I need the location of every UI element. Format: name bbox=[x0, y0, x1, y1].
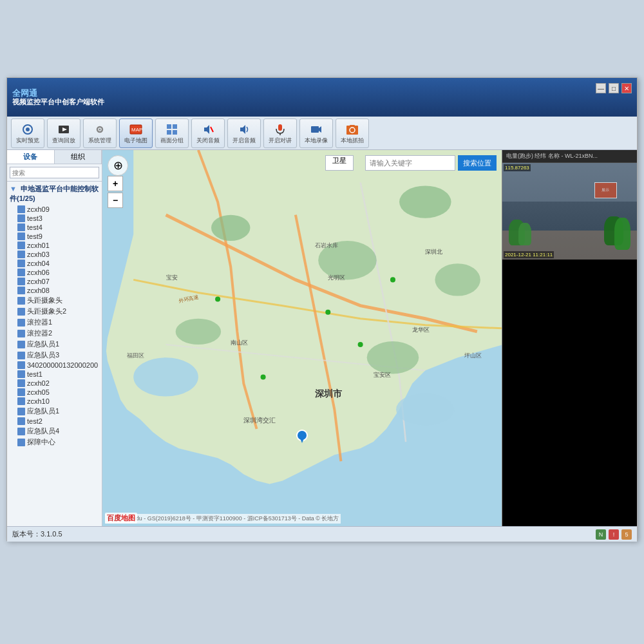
tree-item[interactable]: zcxh07 bbox=[7, 277, 102, 286]
tree-item[interactable]: 探障中心 bbox=[7, 437, 102, 448]
tree-item[interactable]: zcxh02 bbox=[7, 379, 102, 388]
toolbar-open-mic[interactable]: 开启对讲 bbox=[263, 118, 297, 148]
toolbar: 实时预览 查询回放 系统管理 MAP 电子地图 画面分组 bbox=[7, 117, 637, 150]
baidu-logo: 百度地图 bbox=[105, 513, 137, 524]
toolbar-close-audio[interactable]: 关闭音频 bbox=[191, 118, 225, 148]
map-search: 搜索位置 bbox=[365, 155, 497, 171]
tree-item[interactable]: test3 bbox=[7, 214, 102, 223]
record-icon bbox=[309, 122, 323, 137]
svg-line-14 bbox=[211, 127, 213, 132]
toolbar-system[interactable]: 系统管理 bbox=[83, 118, 117, 148]
device-tree: ▼ 申地遥监平台中能控制软件(1/25) zcxh09test3test4tes… bbox=[7, 182, 102, 526]
tree-item[interactable]: 头距摄象头 bbox=[7, 295, 102, 306]
tree-item[interactable]: 340200000132000200 bbox=[7, 361, 102, 370]
svg-point-25 bbox=[399, 185, 451, 218]
zoom-in-button[interactable]: + bbox=[108, 176, 123, 191]
tree-item[interactable]: 滚控器1 bbox=[7, 317, 102, 328]
minimize-button[interactable]: — bbox=[596, 83, 606, 93]
camera-image: 展示 2021-12-21 11:21:11 115.87263 bbox=[502, 163, 637, 260]
tree-item[interactable]: zcxh09 bbox=[7, 205, 102, 214]
toolbar-realtime[interactable]: 实时预览 bbox=[11, 118, 44, 148]
main-content: 设备 组织 ▼ 申地遥监平台中能控制软件(1/25) zcxh09test3te… bbox=[7, 150, 637, 526]
svg-text:光明区: 光明区 bbox=[328, 274, 345, 281]
tree-item[interactable]: 应急队员3 bbox=[7, 350, 102, 361]
record-label: 本地录像 bbox=[305, 138, 328, 144]
tree-item[interactable]: zcxh04 bbox=[7, 259, 102, 268]
camera-feed-main: 展示 2021-12-21 11:21:11 115.87263 bbox=[502, 163, 637, 260]
svg-text:龙华区: 龙华区 bbox=[412, 327, 430, 333]
svg-text:宝安区: 宝安区 bbox=[374, 372, 391, 378]
tree-root[interactable]: ▼ 申地遥监平台中能控制软件(1/25) bbox=[7, 183, 102, 205]
toolbar-snapshot[interactable]: 本地抓拍 bbox=[336, 118, 369, 148]
camera-feed-rest bbox=[502, 260, 637, 526]
maximize-button[interactable]: □ bbox=[609, 83, 619, 93]
svg-point-29 bbox=[367, 341, 419, 374]
realtime-label: 实时预览 bbox=[16, 138, 39, 144]
camera-feed-header: 电量(跑步) 经纬 名称 - WL-21xBN... bbox=[502, 150, 637, 163]
emap-icon: MAP bbox=[129, 122, 143, 137]
tree-item[interactable]: 滚控器2 bbox=[7, 328, 102, 339]
svg-rect-20 bbox=[346, 126, 358, 135]
toolbar-record[interactable]: 本地录像 bbox=[299, 118, 333, 148]
tree-item[interactable]: 头距摄象头2 bbox=[7, 306, 102, 317]
map-type-satellite[interactable]: 卫星 bbox=[325, 155, 354, 171]
close-audio-label: 关闭音频 bbox=[196, 138, 220, 144]
window-controls: — □ ✕ bbox=[596, 83, 632, 93]
tree-item[interactable]: test2 bbox=[7, 417, 102, 426]
tab-settings[interactable]: 设备 bbox=[7, 150, 55, 164]
tree-item[interactable]: zcxh08 bbox=[7, 286, 102, 295]
title-bar: 全网通 视频监控平台中创客户端软件 — □ ✕ bbox=[7, 78, 637, 117]
toolbar-emap[interactable]: MAP 电子地图 bbox=[119, 118, 153, 148]
tree-item[interactable]: test9 bbox=[7, 232, 102, 241]
version-label: 版本号：3.1.0.5 bbox=[12, 529, 62, 539]
map-zoom-controls: + − bbox=[108, 176, 123, 208]
close-button[interactable]: ✕ bbox=[621, 83, 632, 93]
svg-point-45 bbox=[215, 297, 220, 302]
tree-item[interactable]: test4 bbox=[7, 223, 102, 232]
svg-marker-15 bbox=[240, 125, 245, 134]
screen-label: 画面分组 bbox=[160, 138, 184, 144]
status-icons: N ! 5 bbox=[596, 529, 632, 540]
svg-marker-13 bbox=[204, 125, 209, 134]
toolbar-screen[interactable]: 画面分组 bbox=[155, 118, 189, 148]
open-audio-label: 开启音频 bbox=[232, 138, 256, 144]
zoom-out-button[interactable]: − bbox=[108, 193, 123, 208]
sidebar-tabs: 设备 组织 bbox=[7, 150, 102, 164]
tab-group[interactable]: 组织 bbox=[55, 150, 102, 164]
search-input[interactable] bbox=[10, 167, 99, 178]
svg-point-1 bbox=[26, 128, 30, 131]
tree-item[interactable]: 应急队员4 bbox=[7, 426, 102, 437]
emap-label: 电子地图 bbox=[124, 138, 147, 144]
toolbar-playback[interactable]: 查询回放 bbox=[47, 118, 80, 148]
tree-item[interactable]: zcxh06 bbox=[7, 268, 102, 277]
svg-text:深圳北: 深圳北 bbox=[425, 249, 442, 255]
app-window: 全网通 视频监控平台中创客户端软件 — □ ✕ 实时预览 查询回放 系统管理 bbox=[6, 77, 638, 541]
tree-item[interactable]: 应急队员1 bbox=[7, 406, 102, 417]
tree-item[interactable]: zcxh05 bbox=[7, 388, 102, 397]
svg-text:宝安: 宝安 bbox=[166, 274, 178, 281]
svg-point-30 bbox=[133, 357, 198, 396]
svg-point-5 bbox=[99, 129, 101, 131]
svg-rect-22 bbox=[350, 125, 355, 127]
tree-item[interactable]: test1 bbox=[7, 370, 102, 379]
status-network-icon: N bbox=[596, 529, 606, 540]
svg-point-46 bbox=[390, 277, 395, 282]
toolbar-open-audio[interactable]: 开启音频 bbox=[227, 118, 261, 148]
tree-item[interactable]: zcxh03 bbox=[7, 250, 102, 259]
map-compass[interactable]: ⊕ bbox=[108, 155, 128, 176]
svg-text:福田区: 福田区 bbox=[127, 352, 144, 359]
right-panel: 电量(跑步) 经纬 名称 - WL-21xBN... bbox=[502, 150, 637, 526]
sidebar-search bbox=[7, 164, 102, 182]
camera-info: 115.87263 bbox=[504, 164, 531, 171]
map-search-button[interactable]: 搜索位置 bbox=[458, 155, 497, 171]
status-bar: 版本号：3.1.0.5 N ! 5 bbox=[7, 526, 637, 542]
map-copyright: © 2020 Baidu - GS(2019)6218号 - 甲测资字11009… bbox=[105, 514, 341, 524]
map-search-input[interactable] bbox=[365, 155, 455, 171]
tree-item[interactable]: 应急队员1 bbox=[7, 339, 102, 350]
tree-item[interactable]: zcxh01 bbox=[7, 241, 102, 250]
playback-label: 查询回放 bbox=[52, 138, 75, 144]
svg-text:MAP: MAP bbox=[131, 127, 142, 133]
map-area[interactable]: 深圳市 深圳湾交汇 宝安区 龙华区 南山区 光明区 深圳北 宝安 bbox=[102, 150, 502, 526]
svg-text:坪山区: 坪山区 bbox=[464, 352, 482, 359]
tree-item[interactable]: zcxh10 bbox=[7, 397, 102, 406]
